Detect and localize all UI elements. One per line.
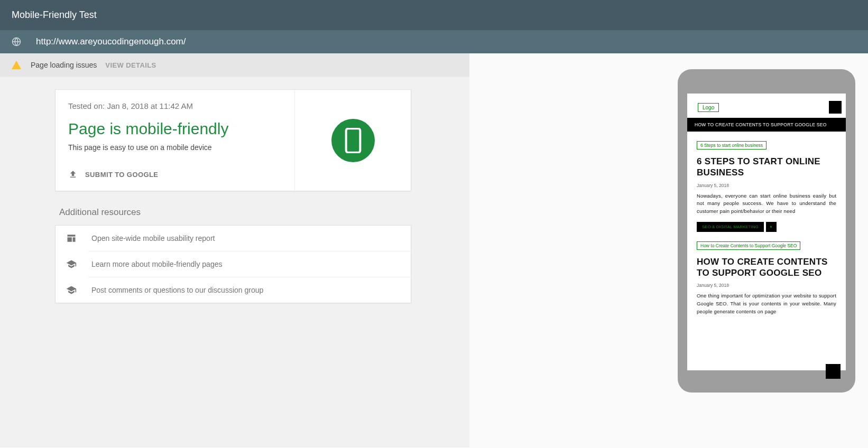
mobile-friendly-badge <box>331 119 375 162</box>
view-details-button[interactable]: VIEW DETAILS <box>105 61 156 69</box>
preview-post-title: 6 STEPS TO START ONLINE BUSINESS <box>697 156 836 179</box>
page-title: Mobile-Friendly Test <box>0 0 868 30</box>
warning-icon <box>12 61 21 69</box>
verdict-heading: Page is mobile-friendly <box>68 120 282 138</box>
preview-post-tag: How to Create Contents to Support Google… <box>697 241 800 250</box>
result-card: Tested on: Jan 8, 2018 at 11:42 AM Page … <box>55 89 411 191</box>
preview-post: 6 Steps to start online business 6 STEPS… <box>687 132 846 232</box>
preview-post-title: HOW TO CREATE CONTENTS TO SUPPORT GOOGLE… <box>697 256 836 279</box>
preview-post: How to Create Contents to Support Google… <box>687 232 846 316</box>
smartphone-icon <box>344 128 362 153</box>
preview-nav-bar: HOW TO CREATE CONTENTS TO SUPPORT GOOGLE… <box>687 118 846 132</box>
url-bar[interactable]: http://www.areyoucodingenough.com/ <box>0 30 868 53</box>
phone-preview-frame: Logo HOW TO CREATE CONTENTS TO SUPPORT G… <box>678 69 855 393</box>
loading-issues-banner: Page loading issues VIEW DETAILS <box>0 53 469 77</box>
preview-category-chip: SEO & DIGITAL MARKETING <box>697 222 764 232</box>
upload-icon <box>68 170 78 179</box>
preview-post-date: January 5, 2018 <box>697 283 836 288</box>
resources-list: Open site-wide mobile usability report L… <box>55 225 411 303</box>
hamburger-icon <box>829 101 842 114</box>
tested-on-label: Tested on: Jan 8, 2018 at 11:42 AM <box>68 101 282 110</box>
preview-post-body: One thing important for optimization you… <box>697 292 836 315</box>
preview-post-body: Nowadays, everyone can start online busi… <box>697 192 836 216</box>
submit-to-google-button[interactable]: SUBMIT TO GOOGLE <box>68 170 282 179</box>
preview-logo: Logo <box>698 103 719 112</box>
resources-heading: Additional resources <box>59 207 411 218</box>
back-to-top-icon <box>826 364 841 379</box>
resource-item-discussion[interactable]: Post comments or questions to our discus… <box>56 277 411 303</box>
svg-rect-2 <box>348 131 358 148</box>
preview-chip-icon: ✦ <box>766 222 777 232</box>
globe-icon <box>12 37 21 46</box>
preview-post-date: January 5, 2018 <box>697 183 836 188</box>
preview-post-tag: 6 Steps to start online business <box>697 141 767 150</box>
phone-preview-screen: Logo HOW TO CREATE CONTENTS TO SUPPORT G… <box>687 94 846 370</box>
verdict-subtext: This page is easy to use on a mobile dev… <box>68 143 282 152</box>
school-icon <box>66 285 77 295</box>
banner-text: Page loading issues <box>31 61 97 69</box>
school-icon <box>66 259 77 269</box>
tested-url: http://www.areyoucodingenough.com/ <box>36 36 186 47</box>
resource-item-learn-more[interactable]: Learn more about mobile-friendly pages <box>56 251 411 277</box>
resource-item-usability-report[interactable]: Open site-wide mobile usability report <box>56 226 411 251</box>
webpage-icon <box>66 233 77 244</box>
